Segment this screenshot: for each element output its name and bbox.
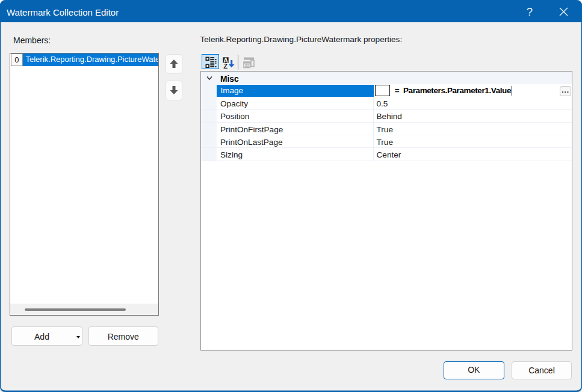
svg-text:Z: Z <box>223 63 228 70</box>
